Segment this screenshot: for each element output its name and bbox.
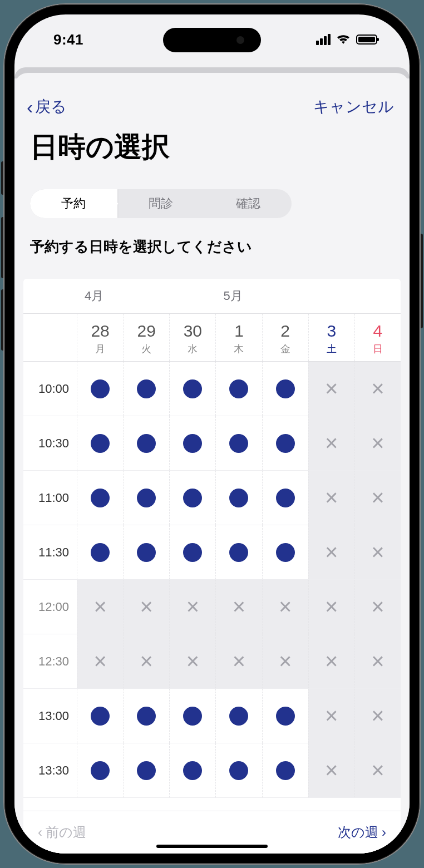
slot-unavailable: × xyxy=(169,634,215,688)
slot-available[interactable] xyxy=(77,471,123,525)
slot-available[interactable] xyxy=(169,471,215,525)
x-icon: × xyxy=(325,431,338,456)
day-header: 29火 xyxy=(123,314,169,361)
slot-available[interactable] xyxy=(123,525,169,579)
x-icon: × xyxy=(93,649,106,674)
x-icon: × xyxy=(371,594,384,619)
available-dot-icon xyxy=(229,543,248,562)
slot-available[interactable] xyxy=(262,743,308,797)
slot-available[interactable] xyxy=(262,689,308,743)
slot-available[interactable] xyxy=(169,416,215,470)
prev-week-button[interactable]: ‹ 前の週 xyxy=(38,823,86,841)
slot-available[interactable] xyxy=(262,362,308,416)
slot-available[interactable] xyxy=(215,362,262,416)
time-row: 12:30××××××× xyxy=(23,634,401,689)
slot-available[interactable] xyxy=(123,743,169,797)
next-week-button[interactable]: 次の週 › xyxy=(338,823,386,841)
day-header: 28月 xyxy=(77,314,123,361)
day-weekday: 日 xyxy=(355,342,401,356)
day-header: 30水 xyxy=(169,314,215,361)
slot-available[interactable] xyxy=(262,416,308,470)
day-number: 2 xyxy=(263,322,308,340)
page-title: 日時の選択 xyxy=(14,123,410,179)
slot-unavailable: × xyxy=(354,634,401,688)
x-icon: × xyxy=(371,649,384,674)
slot-unavailable: × xyxy=(354,471,401,525)
slot-unavailable: × xyxy=(354,525,401,579)
slot-unavailable: × xyxy=(354,689,401,743)
chevron-left-icon: ‹ xyxy=(38,825,42,840)
day-weekday: 月 xyxy=(77,342,123,356)
slot-unavailable: × xyxy=(262,634,308,688)
slot-available[interactable] xyxy=(169,743,215,797)
month-label: 4月 xyxy=(77,279,215,313)
time-row: 13:00×× xyxy=(23,689,401,743)
day-number: 28 xyxy=(77,322,123,340)
x-icon: × xyxy=(325,540,338,565)
slot-available[interactable] xyxy=(215,471,262,525)
slot-available[interactable] xyxy=(262,525,308,579)
slot-unavailable: × xyxy=(262,580,308,634)
available-dot-icon xyxy=(91,489,110,507)
day-number: 1 xyxy=(216,322,262,340)
day-header: 2金 xyxy=(262,314,308,361)
slot-available[interactable] xyxy=(77,743,123,797)
x-icon: × xyxy=(325,485,338,510)
x-icon: × xyxy=(325,376,338,401)
schedule-table: 4月5月 28月29火30水1木2金3土4日 10:00××10:30××11:… xyxy=(23,279,401,854)
slot-available[interactable] xyxy=(169,689,215,743)
x-icon: × xyxy=(186,594,199,619)
slot-unavailable: × xyxy=(308,525,354,579)
time-label: 10:00 xyxy=(23,362,77,416)
available-dot-icon xyxy=(276,489,295,507)
x-icon: × xyxy=(279,594,292,619)
available-dot-icon xyxy=(137,707,156,726)
month-label: 5月 xyxy=(215,279,401,313)
modal-sheet: ‹ 戻る キャンセル 日時の選択 予約問診確認 予約する日時を選択してください … xyxy=(14,73,410,854)
slot-available[interactable] xyxy=(215,525,262,579)
slot-available[interactable] xyxy=(262,471,308,525)
slot-available[interactable] xyxy=(123,362,169,416)
slot-unavailable: × xyxy=(123,634,169,688)
available-dot-icon xyxy=(137,761,156,780)
x-icon: × xyxy=(371,376,384,401)
x-icon: × xyxy=(140,649,153,674)
slot-available[interactable] xyxy=(123,471,169,525)
day-weekday: 木 xyxy=(216,342,262,356)
slot-available[interactable] xyxy=(77,525,123,579)
slot-available[interactable] xyxy=(215,416,262,470)
slot-available[interactable] xyxy=(77,689,123,743)
available-dot-icon xyxy=(91,707,110,726)
slot-unavailable: × xyxy=(308,362,354,416)
home-indicator[interactable] xyxy=(156,845,268,848)
slot-available[interactable] xyxy=(77,416,123,470)
slot-available[interactable] xyxy=(123,689,169,743)
day-header-row: 28月29火30水1木2金3土4日 xyxy=(23,314,401,362)
time-row: 10:30×× xyxy=(23,416,401,471)
x-icon: × xyxy=(279,649,292,674)
back-label: 戻る xyxy=(35,96,67,117)
time-row: 12:00××××××× xyxy=(23,580,401,634)
available-dot-icon xyxy=(183,707,202,726)
phone-screen: 9:41 ‹ 戻る キャンセル 日時の選択 予約問診確認 予約する日時を選択して xyxy=(14,14,410,854)
day-header: 1木 xyxy=(215,314,262,361)
available-dot-icon xyxy=(229,489,248,507)
x-icon: × xyxy=(325,649,338,674)
slot-available[interactable] xyxy=(77,362,123,416)
x-icon: × xyxy=(371,703,384,728)
time-label: 10:30 xyxy=(23,416,77,470)
time-label: 13:00 xyxy=(23,689,77,743)
available-dot-icon xyxy=(229,434,248,453)
x-icon: × xyxy=(371,485,384,510)
slot-available[interactable] xyxy=(123,416,169,470)
cancel-button[interactable]: キャンセル xyxy=(313,96,394,117)
slot-available[interactable] xyxy=(215,689,262,743)
time-label: 11:00 xyxy=(23,471,77,525)
slot-available[interactable] xyxy=(169,525,215,579)
slot-available[interactable] xyxy=(215,743,262,797)
slot-unavailable: × xyxy=(354,362,401,416)
back-button[interactable]: ‹ 戻る xyxy=(27,96,67,117)
battery-icon xyxy=(356,34,377,45)
x-icon: × xyxy=(325,594,338,619)
slot-available[interactable] xyxy=(169,362,215,416)
